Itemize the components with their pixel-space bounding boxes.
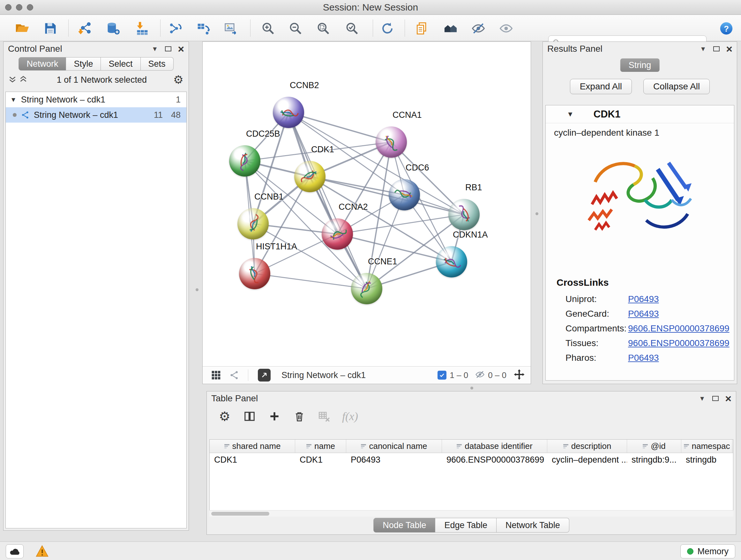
panel-menu-icon[interactable]: ▼ — [699, 395, 705, 402]
tab-edge-table[interactable]: Edge Table — [435, 518, 496, 533]
tab-node-table[interactable]: Node Table — [374, 518, 435, 533]
crosslink-link[interactable]: 9606.ENSP00000378699 — [628, 338, 730, 348]
zoom-in-button[interactable] — [259, 19, 277, 37]
import-table-button[interactable] — [133, 19, 151, 37]
network-node-cdc6[interactable] — [389, 179, 420, 210]
network-node-ccna1[interactable] — [376, 126, 407, 158]
table-cell[interactable]: 9606.ENSP00000378699 — [442, 453, 547, 466]
table-cell[interactable]: cyclin–dependent ... — [547, 453, 627, 466]
save-session-button[interactable] — [42, 19, 59, 37]
table-cell[interactable]: P06493 — [346, 453, 442, 466]
minimize-window-button[interactable] — [16, 4, 22, 10]
warning-icon[interactable] — [36, 545, 49, 558]
panel-menu-icon[interactable]: ▼ — [700, 45, 706, 53]
tab-style[interactable]: Style — [66, 57, 101, 71]
network-edge[interactable] — [288, 112, 391, 142]
tab-network-table[interactable]: Network Table — [496, 518, 569, 533]
network-row[interactable]: String Network – cdk1 11 48 — [6, 107, 186, 123]
tab-sets[interactable]: Sets — [141, 57, 174, 71]
network-node-ccnb1[interactable] — [238, 208, 269, 240]
expand-all-networks-icon[interactable] — [19, 75, 27, 84]
new-network-from-table-button[interactable] — [195, 19, 212, 37]
scrollbar-thumb[interactable] — [211, 512, 269, 516]
duplicate-document-button[interactable] — [413, 19, 431, 37]
column-header-name[interactable]: name — [295, 440, 346, 453]
crosslink-link[interactable]: 9606.ENSP00000378699 — [628, 323, 730, 334]
column-header--id[interactable]: @id — [627, 440, 681, 453]
table-cell[interactable]: CDK1 — [210, 453, 295, 466]
expand-all-button[interactable]: Expand All — [570, 79, 632, 94]
network-node-ccne1[interactable] — [351, 273, 382, 304]
collection-disclosure-icon[interactable]: ▼ — [10, 96, 17, 104]
import-network-file-button[interactable] — [77, 19, 94, 37]
column-header-shared-name[interactable]: shared name — [210, 440, 295, 453]
network-node-cdc25b[interactable] — [229, 145, 260, 177]
grid-view-icon[interactable] — [211, 370, 221, 380]
network-canvas[interactable]: CCNB2CCNA1CDC25BCDK1CDC6RB1CCNB1CCNA2CDK… — [203, 42, 531, 367]
column-header-namespac[interactable]: namespac — [681, 440, 732, 453]
detach-view-button[interactable] — [258, 369, 271, 381]
tab-network[interactable]: Network — [18, 57, 66, 71]
gene-entry-header[interactable]: ▼ CDK1 — [546, 105, 734, 123]
column-header-database-identifier[interactable]: database identifier — [442, 440, 547, 453]
string-home-button[interactable] — [442, 19, 460, 37]
close-panel-icon[interactable]: × — [726, 46, 732, 52]
close-panel-icon[interactable]: × — [178, 46, 184, 52]
collapse-all-networks-icon[interactable] — [9, 75, 16, 84]
crosslink-link[interactable]: P06493 — [628, 309, 659, 319]
column-header-canonical-name[interactable]: canonical name — [346, 440, 442, 453]
collapse-all-button[interactable]: Collapse All — [643, 79, 710, 94]
network-node-ccna2[interactable] — [322, 219, 353, 250]
table-cell[interactable]: stringdb:9... — [627, 453, 681, 466]
network-node-cdkn1a[interactable] — [436, 246, 467, 277]
crosslink-link[interactable]: P06493 — [628, 353, 659, 363]
entry-disclosure-icon[interactable]: ▼ — [567, 110, 574, 118]
add-column-icon[interactable] — [267, 409, 281, 423]
delete-column-trash-icon[interactable] — [292, 409, 307, 423]
network-edge[interactable] — [255, 273, 367, 289]
memory-button[interactable]: Memory — [680, 544, 735, 558]
network-node-rb1[interactable] — [448, 199, 480, 230]
close-window-button[interactable] — [5, 4, 11, 10]
show-all-button[interactable] — [497, 19, 515, 37]
crosslink-link[interactable]: P06493 — [628, 294, 659, 304]
float-panel-icon[interactable] — [165, 46, 172, 51]
table-row[interactable]: CDK1CDK1P064939606.ENSP00000378699cyclin… — [210, 453, 733, 466]
selected-checkbox-icon[interactable] — [437, 371, 447, 380]
horizontal-scrollbar[interactable] — [209, 510, 733, 516]
tab-string[interactable]: String — [620, 58, 660, 72]
clone-network-button[interactable] — [166, 19, 185, 37]
network-node-ccnb2[interactable] — [273, 97, 304, 128]
zoom-window-button[interactable] — [27, 4, 33, 10]
network-edge[interactable] — [288, 112, 367, 289]
open-session-button[interactable] — [13, 19, 31, 37]
pan-mode-icon[interactable] — [514, 369, 525, 381]
float-panel-icon[interactable] — [713, 46, 720, 51]
table-settings-gear-icon[interactable]: ⚙ — [218, 409, 232, 423]
import-network-database-button[interactable] — [104, 19, 122, 37]
zoom-fit-button[interactable] — [314, 19, 332, 37]
network-node-cdk1[interactable] — [294, 161, 326, 192]
hide-selected-button[interactable] — [469, 19, 487, 37]
float-panel-icon[interactable] — [712, 396, 719, 401]
network-overview-icon[interactable] — [229, 370, 240, 380]
refresh-network-button[interactable] — [379, 19, 396, 37]
show-columns-icon[interactable] — [243, 409, 257, 423]
table-cell[interactable]: CDK1 — [295, 453, 346, 466]
tab-select[interactable]: Select — [101, 57, 140, 71]
close-panel-icon[interactable]: × — [725, 395, 731, 401]
zoom-selected-button[interactable] — [343, 19, 361, 37]
cloud-services-button[interactable] — [6, 544, 23, 558]
horizontal-splitter-handle[interactable] — [470, 387, 473, 389]
vertical-splitter-handle[interactable] — [196, 288, 199, 291]
column-header-description[interactable]: description — [547, 440, 627, 453]
window-controls[interactable] — [5, 4, 33, 10]
export-image-button[interactable] — [222, 19, 240, 37]
zoom-out-button[interactable] — [286, 19, 305, 37]
table-cell[interactable]: stringdb — [681, 453, 732, 466]
network-node-hist1h1a[interactable] — [239, 258, 270, 289]
network-options-gear-icon[interactable]: ⚙ — [173, 74, 184, 85]
network-collection-row[interactable]: ▼ String Network – cdk1 1 — [6, 92, 186, 107]
vertical-splitter-handle[interactable] — [536, 212, 538, 215]
help-button[interactable]: ? — [718, 19, 735, 37]
